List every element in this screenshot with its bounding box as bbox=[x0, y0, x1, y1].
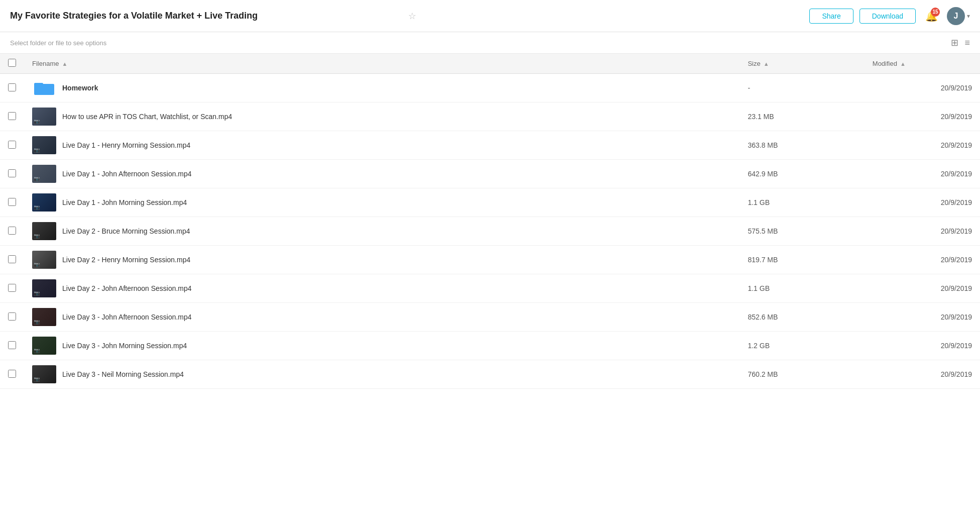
star-icon[interactable]: ☆ bbox=[408, 11, 416, 22]
table-row: 📷Live Day 3 - John Morning Session.mp41.… bbox=[0, 332, 980, 360]
table-row: 📷Live Day 1 - John Morning Session.mp41.… bbox=[0, 188, 980, 217]
row-checkbox[interactable] bbox=[8, 284, 16, 292]
size-cell: 1.1 GB bbox=[740, 274, 864, 303]
select-all-checkbox-header[interactable] bbox=[0, 54, 24, 74]
download-button[interactable]: Download bbox=[860, 9, 916, 24]
video-thumbnail: 📷 bbox=[32, 222, 56, 240]
filename-text: Live Day 3 - Neil Morning Session.mp4 bbox=[62, 370, 184, 378]
row-checkbox[interactable] bbox=[8, 112, 16, 120]
table-row: 📷Live Day 2 - John Afternoon Session.mp4… bbox=[0, 274, 980, 303]
filename-text: How to use APR in TOS Chart, Watchlist, … bbox=[62, 113, 232, 121]
table-row: 📷Live Day 2 - Bruce Morning Session.mp45… bbox=[0, 217, 980, 246]
filename-text: Live Day 1 - John Afternoon Session.mp4 bbox=[62, 170, 192, 178]
filename-text: Live Day 3 - John Morning Session.mp4 bbox=[62, 342, 187, 350]
row-checkbox-cell bbox=[0, 160, 24, 188]
row-checkbox[interactable] bbox=[8, 312, 16, 321]
filename-cell[interactable]: Homework bbox=[24, 74, 740, 102]
video-thumbnail: 📷 bbox=[32, 279, 56, 297]
header: My Favorite Strategies for a Volatile Ma… bbox=[0, 0, 980, 32]
filename-cell[interactable]: 📷Live Day 2 - John Afternoon Session.mp4 bbox=[24, 274, 740, 303]
toolbar: Select folder or file to see options ⊞ ≡ bbox=[0, 32, 980, 54]
size-sort-arrow: ▲ bbox=[764, 61, 769, 67]
modified-cell: 20/9/2019 bbox=[865, 246, 980, 274]
header-actions: Share Download 🔔 15 J ▾ bbox=[809, 7, 970, 26]
row-checkbox[interactable] bbox=[8, 370, 16, 378]
share-button[interactable]: Share bbox=[809, 9, 853, 24]
video-thumbnail: 📷 bbox=[32, 337, 56, 355]
file-table: Filename ▲ Size ▲ Modified ▲ Homework- bbox=[0, 54, 980, 389]
table-row: 📷Live Day 1 - John Afternoon Session.mp4… bbox=[0, 160, 980, 188]
row-checkbox-cell bbox=[0, 74, 24, 102]
table-header-row: Filename ▲ Size ▲ Modified ▲ bbox=[0, 54, 980, 74]
filename-cell[interactable]: 📷Live Day 1 - John Afternoon Session.mp4 bbox=[24, 160, 740, 188]
table-row: 📷Live Day 1 - Henry Morning Session.mp43… bbox=[0, 131, 980, 160]
video-thumbnail: 📷 bbox=[32, 165, 56, 183]
filename-text: Live Day 2 - Bruce Morning Session.mp4 bbox=[62, 227, 190, 235]
modified-cell: 20/9/2019 bbox=[865, 188, 980, 217]
modified-cell: 20/9/2019 bbox=[865, 332, 980, 360]
row-checkbox-cell bbox=[0, 303, 24, 332]
video-thumbnail: 📷 bbox=[32, 251, 56, 269]
filename-cell[interactable]: 📷Live Day 1 - Henry Morning Session.mp4 bbox=[24, 131, 740, 160]
row-checkbox-cell bbox=[0, 217, 24, 246]
grid-view-icon[interactable]: ⊞ bbox=[951, 37, 958, 48]
column-modified[interactable]: Modified ▲ bbox=[865, 54, 980, 74]
filename-text: Live Day 3 - John Afternoon Session.mp4 bbox=[62, 313, 192, 321]
size-cell: 760.2 MB bbox=[740, 360, 864, 389]
filename-sort-arrow: ▲ bbox=[62, 61, 67, 67]
filename-text: Homework bbox=[62, 84, 98, 92]
svg-rect-1 bbox=[34, 83, 43, 86]
row-checkbox[interactable] bbox=[8, 83, 16, 91]
table-row: Homework-20/9/2019 bbox=[0, 74, 980, 102]
row-checkbox[interactable] bbox=[8, 341, 16, 349]
size-cell: 1.2 GB bbox=[740, 332, 864, 360]
modified-cell: 20/9/2019 bbox=[865, 74, 980, 102]
toolbar-hint: Select folder or file to see options bbox=[10, 39, 106, 47]
size-cell: 642.9 MB bbox=[740, 160, 864, 188]
filename-cell[interactable]: 📷Live Day 2 - Henry Morning Session.mp4 bbox=[24, 246, 740, 274]
video-thumbnail: 📷 bbox=[32, 365, 56, 383]
filename-text: Live Day 1 - Henry Morning Session.mp4 bbox=[62, 141, 190, 149]
avatar-wrapper[interactable]: J ▾ bbox=[947, 7, 970, 25]
row-checkbox[interactable] bbox=[8, 198, 16, 206]
table-row: 📷Live Day 3 - John Afternoon Session.mp4… bbox=[0, 303, 980, 332]
size-cell: 575.5 MB bbox=[740, 217, 864, 246]
column-size[interactable]: Size ▲ bbox=[740, 54, 864, 74]
avatar: J bbox=[947, 7, 965, 25]
modified-cell: 20/9/2019 bbox=[865, 274, 980, 303]
row-checkbox-cell bbox=[0, 246, 24, 274]
table-row: 📷How to use APR in TOS Chart, Watchlist,… bbox=[0, 102, 980, 131]
table-row: 📷Live Day 2 - Henry Morning Session.mp48… bbox=[0, 246, 980, 274]
chevron-down-icon: ▾ bbox=[967, 13, 970, 20]
row-checkbox-cell bbox=[0, 188, 24, 217]
modified-cell: 20/9/2019 bbox=[865, 131, 980, 160]
modified-cell: 20/9/2019 bbox=[865, 360, 980, 389]
select-all-checkbox[interactable] bbox=[8, 59, 16, 67]
size-cell: - bbox=[740, 74, 864, 102]
notification-bell[interactable]: 🔔 15 bbox=[922, 7, 941, 26]
row-checkbox-cell bbox=[0, 332, 24, 360]
video-thumbnail: 📷 bbox=[32, 108, 56, 126]
modified-cell: 20/9/2019 bbox=[865, 160, 980, 188]
size-cell: 363.8 MB bbox=[740, 131, 864, 160]
filename-cell[interactable]: 📷How to use APR in TOS Chart, Watchlist,… bbox=[24, 102, 740, 131]
folder-icon bbox=[32, 79, 56, 97]
page-title: My Favorite Strategies for a Volatile Ma… bbox=[10, 11, 403, 21]
sort-icon[interactable]: ≡ bbox=[964, 38, 970, 48]
row-checkbox-cell bbox=[0, 360, 24, 389]
filename-text: Live Day 1 - John Morning Session.mp4 bbox=[62, 198, 187, 206]
filename-cell[interactable]: 📷Live Day 2 - Bruce Morning Session.mp4 bbox=[24, 217, 740, 246]
row-checkbox[interactable] bbox=[8, 141, 16, 149]
filename-cell[interactable]: 📷Live Day 3 - John Afternoon Session.mp4 bbox=[24, 303, 740, 332]
filename-cell[interactable]: 📷Live Day 3 - John Morning Session.mp4 bbox=[24, 332, 740, 360]
size-cell: 23.1 MB bbox=[740, 102, 864, 131]
row-checkbox[interactable] bbox=[8, 227, 16, 235]
video-thumbnail: 📷 bbox=[32, 136, 56, 154]
column-filename[interactable]: Filename ▲ bbox=[24, 54, 740, 74]
notification-badge: 15 bbox=[931, 8, 940, 17]
filename-cell[interactable]: 📷Live Day 3 - Neil Morning Session.mp4 bbox=[24, 360, 740, 389]
row-checkbox[interactable] bbox=[8, 169, 16, 177]
row-checkbox[interactable] bbox=[8, 255, 16, 263]
modified-sort-arrow: ▲ bbox=[900, 61, 906, 67]
filename-cell[interactable]: 📷Live Day 1 - John Morning Session.mp4 bbox=[24, 188, 740, 217]
